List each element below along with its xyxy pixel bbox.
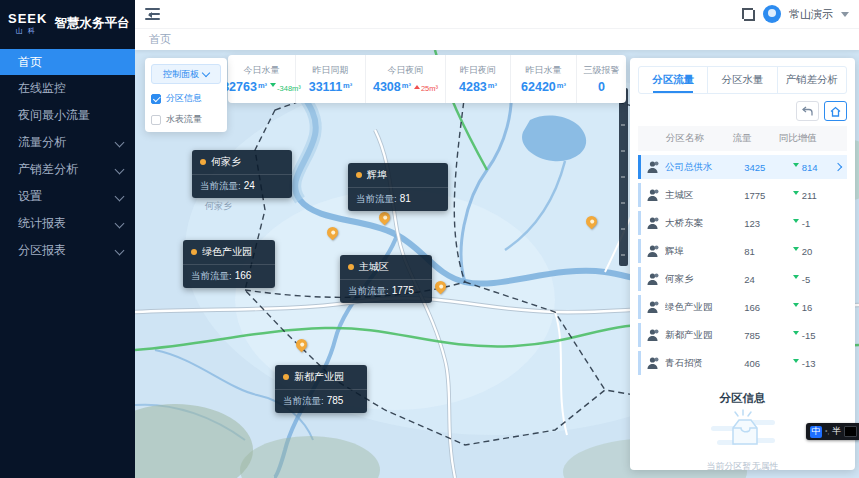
delta-down-icon <box>793 359 799 366</box>
table-row[interactable]: 新都产业园 785 -15 <box>638 323 847 347</box>
zone-change: -1 <box>802 218 810 229</box>
sidebar-item-zone-report[interactable]: 分区报表 <box>0 237 135 264</box>
map-tooltip-xindu-park[interactable]: 新都产业园 当前流量:785 <box>275 365 367 413</box>
row-chevron-icon[interactable] <box>834 163 842 171</box>
zone-flow: 1775 <box>744 190 790 201</box>
sidebar-item-statistics-report[interactable]: 统计报表 <box>0 210 135 237</box>
sidebar-item-nrw-analysis[interactable]: 产销差分析 <box>0 156 135 183</box>
zone-name: 新都产业园 <box>294 370 344 384</box>
ime-toolbar[interactable]: 中 °, 半 <box>806 423 859 440</box>
stat-value: 62420 <box>521 80 556 94</box>
breadcrumb[interactable]: 首页 <box>149 32 171 47</box>
table-row[interactable]: 何家乡 24 -5 <box>638 267 847 291</box>
checkbox-zone-info[interactable]: 分区信息 <box>151 92 221 105</box>
flow-label: 当前流量: <box>191 270 232 281</box>
flow-label: 当前流量: <box>356 193 397 204</box>
stat-card-yesterday-same-period: 昨日同期 33111m³ <box>296 55 366 103</box>
sidebar-item-label: 首页 <box>18 54 42 71</box>
tab-nrw-analysis[interactable]: 产销差分析 <box>778 67 846 93</box>
avatar[interactable] <box>763 5 781 23</box>
clipped-marker-tooltips <box>619 88 628 266</box>
breadcrumb-bar: 首页 <box>135 28 859 50</box>
stat-value: 4308 <box>373 80 401 94</box>
table-row[interactable]: 辉埠 81 20 <box>638 239 847 263</box>
username[interactable]: 常山演示 <box>789 7 833 22</box>
zone-change: 211 <box>802 190 817 201</box>
flow-value: 1775 <box>392 285 414 296</box>
zone-dot-icon <box>191 249 197 255</box>
zone-name: 青石招贤 <box>665 357 744 370</box>
table-row[interactable]: 绿色产业园 166 16 <box>638 295 847 319</box>
stat-card-yesterday-night: 昨日夜间 4283m³ <box>446 55 511 103</box>
flow-label: 当前流量: <box>200 180 241 191</box>
ime-punctuation[interactable]: °, <box>825 429 829 435</box>
checkbox-unchecked-icon[interactable] <box>151 115 161 125</box>
col-flow: 流量 <box>732 132 778 145</box>
map-tooltip-huibu[interactable]: 辉埠 当前流量:81 <box>348 163 448 211</box>
stat-unit: m³ <box>488 81 497 90</box>
keyboard-icon[interactable] <box>844 426 857 437</box>
zone-change: -5 <box>802 274 810 285</box>
stat-value: 4283 <box>459 80 487 94</box>
col-zone-name: 分区名称 <box>642 132 732 145</box>
chevron-down-icon <box>202 69 210 77</box>
map-container[interactable]: 何家乡 何家乡 当前流量:24 辉埠 当前流量:81 绿色产业园 当前流量:16… <box>135 50 859 478</box>
sidebar-item-night-min-flow[interactable]: 夜间最小流量 <box>0 102 135 129</box>
zone-name: 绿色产业园 <box>202 245 252 259</box>
sidebar-item-label: 夜间最小流量 <box>18 107 90 124</box>
checkbox-meter-flow[interactable]: 水表流量 <box>151 113 221 126</box>
table-row[interactable]: 主城区 1775 211 <box>638 183 847 207</box>
stat-unit: m³ <box>402 81 411 90</box>
checkbox-checked-icon[interactable] <box>151 94 161 104</box>
table-row[interactable]: 青石招贤 406 -13 <box>638 351 847 375</box>
zone-icon <box>645 356 660 370</box>
col-yoy-change: 同比增值 <box>779 132 843 145</box>
table-row[interactable]: 公司总供水 3425 814 <box>638 155 847 179</box>
empty-box-icon <box>707 406 779 454</box>
map-tooltip-main-city[interactable]: 主城区 当前流量:1775 <box>340 255 432 303</box>
stat-unit: m³ <box>557 81 566 90</box>
sidebar-item-online-monitoring[interactable]: 在线监控 <box>0 75 135 102</box>
sidebar-toggle-icon[interactable] <box>145 8 160 20</box>
zone-name: 新都产业园 <box>665 329 744 342</box>
sidebar-item-label: 产销差分析 <box>18 161 78 178</box>
zone-flow: 406 <box>744 358 790 369</box>
map-tooltip-hejiaxiang[interactable]: 何家乡 当前流量:24 <box>192 150 292 198</box>
back-button[interactable] <box>796 101 819 121</box>
sidebar-item-label: 在线监控 <box>18 80 66 97</box>
map-tooltip-green-park[interactable]: 绿色产业园 当前流量:166 <box>183 240 275 288</box>
zone-flow: 24 <box>744 274 790 285</box>
zone-change: 814 <box>802 162 818 173</box>
tab-zone-flow[interactable]: 分区流量 <box>639 67 708 93</box>
stat-card-today-night: 今日夜间 4308m³25m³ <box>366 55 446 103</box>
empty-state-text: 当前分区暂无属性 <box>707 460 779 473</box>
sidebar-item-flow-analysis[interactable]: 流量分析 <box>0 129 135 156</box>
zone-name: 公司总供水 <box>665 161 744 174</box>
zone-icon <box>645 300 660 314</box>
stat-delta: 25m³ <box>421 84 438 93</box>
table-row[interactable]: 大桥东案 123 -1 <box>638 211 847 235</box>
zone-flow: 3425 <box>744 162 790 173</box>
back-icon <box>802 106 813 117</box>
zone-name: 主城区 <box>665 189 744 202</box>
home-button[interactable] <box>824 101 847 121</box>
tab-zone-volume[interactable]: 分区水量 <box>708 67 777 93</box>
zone-change: 20 <box>802 246 813 257</box>
sidebar-item-home[interactable]: 首页 <box>0 49 135 75</box>
flow-value: 785 <box>327 395 344 406</box>
user-menu-caret-icon[interactable] <box>841 12 849 21</box>
layer-control-panel: 控制面板 分区信息 水表流量 <box>145 58 227 132</box>
topbar: 常山演示 <box>135 0 859 28</box>
ime-halfwidth[interactable]: 半 <box>832 427 841 436</box>
sidebar-item-settings[interactable]: 设置 <box>0 183 135 210</box>
control-panel-button[interactable]: 控制面板 <box>151 64 221 84</box>
zone-name: 大桥东案 <box>665 217 744 230</box>
ime-language-icon[interactable]: 中 <box>810 426 822 438</box>
delta-down-icon <box>270 83 276 90</box>
delta-down-icon <box>793 191 799 198</box>
fullscreen-icon[interactable] <box>742 8 755 21</box>
delta-down-icon <box>793 247 799 254</box>
zone-icon <box>645 272 660 286</box>
zone-dot-icon <box>356 172 362 178</box>
zone-icon <box>645 160 660 174</box>
